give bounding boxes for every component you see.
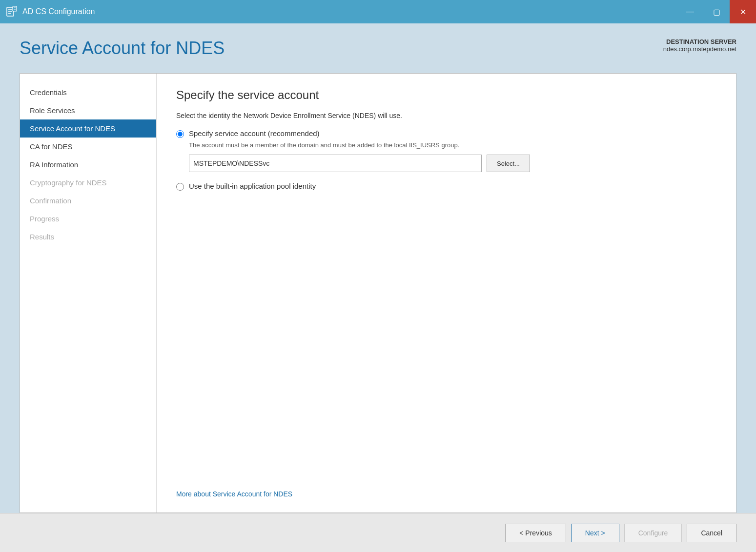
sidebar-item-service-account-for-ndes[interactable]: Service Account for NDES: [20, 119, 156, 138]
sidebar-item-confirmation: Confirmation: [20, 192, 156, 210]
titlebar-title: AD CS Configuration: [22, 7, 95, 16]
page-title: Service Account for NDES: [20, 38, 225, 59]
radio-builtin-label[interactable]: Use the built-in application pool identi…: [189, 182, 316, 190]
radio-specify-label[interactable]: Specify service account (recommended): [189, 129, 530, 138]
sidebar: CredentialsRole ServicesService Account …: [20, 74, 157, 513]
account-input-row: Select...: [189, 155, 530, 172]
titlebar: AD CS Configuration — ▢ ✕: [0, 0, 756, 23]
previous-button[interactable]: < Previous: [505, 524, 566, 542]
svg-rect-4: [13, 6, 17, 11]
radio-group: Specify service account (recommended) Th…: [176, 129, 716, 191]
destination-value: ndes.corp.mstepdemo.net: [663, 45, 736, 53]
description-text: Select the identity the Network Device E…: [176, 112, 716, 119]
titlebar-left: AD CS Configuration: [5, 5, 95, 19]
main-content: Specify the service account Select the i…: [157, 74, 736, 513]
maximize-button[interactable]: ▢: [703, 0, 730, 23]
radio-option-specify: Specify service account (recommended) Th…: [176, 129, 716, 172]
titlebar-controls: — ▢ ✕: [677, 0, 756, 23]
sidebar-item-ra-information[interactable]: RA Information: [20, 156, 156, 174]
minimize-button[interactable]: —: [677, 0, 703, 23]
radio-builtin-input[interactable]: [176, 183, 184, 191]
close-button[interactable]: ✕: [730, 0, 756, 23]
sidebar-item-cryptography-for-ndes: Cryptography for NDES: [20, 174, 156, 192]
cancel-button[interactable]: Cancel: [687, 524, 736, 542]
radio-specify-desc: The account must be a member of the doma…: [189, 141, 530, 149]
select-button[interactable]: Select...: [487, 155, 530, 172]
sidebar-item-ca-for-ndes[interactable]: CA for NDES: [20, 138, 156, 156]
sidebar-item-results: Results: [20, 228, 156, 246]
destination-server: DESTINATION SERVER ndes.corp.mstepdemo.n…: [663, 38, 736, 53]
app-icon: [5, 5, 19, 19]
footer: < Previous Next > Configure Cancel: [0, 513, 756, 552]
content-area: CredentialsRole ServicesService Account …: [20, 73, 736, 513]
sidebar-item-credentials[interactable]: Credentials: [20, 83, 156, 101]
sidebar-item-progress: Progress: [20, 210, 156, 228]
destination-label: DESTINATION SERVER: [663, 38, 736, 45]
more-link[interactable]: More about Service Account for NDES: [176, 480, 716, 498]
configure-button[interactable]: Configure: [624, 524, 682, 542]
next-button[interactable]: Next >: [571, 524, 619, 542]
section-title: Specify the service account: [176, 88, 716, 102]
header-area: Service Account for NDES DESTINATION SER…: [20, 38, 736, 59]
sidebar-item-role-services[interactable]: Role Services: [20, 101, 156, 119]
radio-specify-labels: Specify service account (recommended) Th…: [189, 129, 530, 172]
main-container: Service Account for NDES DESTINATION SER…: [0, 23, 756, 513]
radio-option-builtin: Use the built-in application pool identi…: [176, 182, 716, 191]
radio-specify-input[interactable]: [176, 130, 184, 138]
account-input[interactable]: [189, 155, 482, 172]
